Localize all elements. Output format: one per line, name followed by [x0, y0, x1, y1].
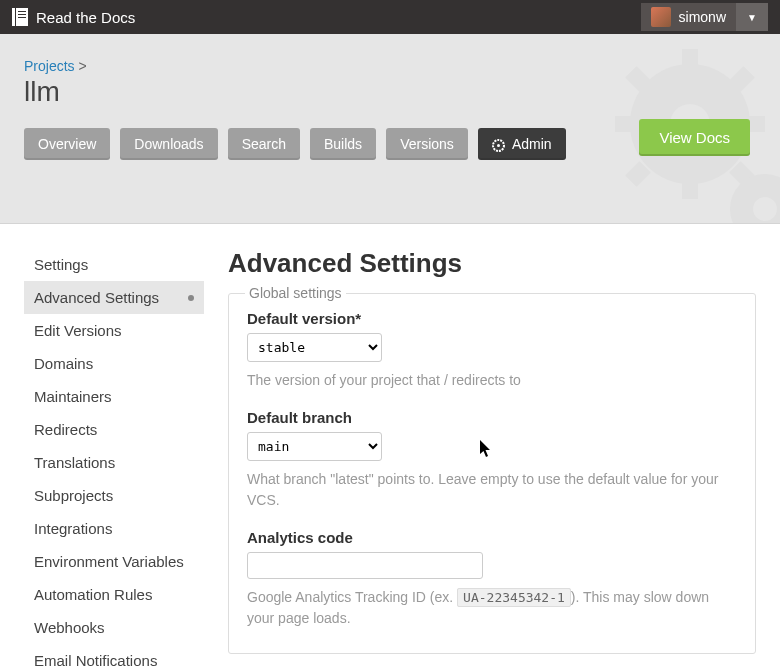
svg-rect-3	[18, 14, 26, 15]
page-title: Advanced Settings	[228, 248, 756, 279]
user-area: simonw ▼	[641, 3, 768, 31]
svg-rect-14	[729, 161, 754, 186]
user-dropdown-button[interactable]: ▼	[736, 3, 768, 31]
tab-admin[interactable]: Admin	[478, 128, 566, 160]
book-icon	[12, 8, 28, 26]
default-version-label: Default version*	[247, 310, 737, 327]
username: simonw	[679, 9, 726, 25]
default-branch-field: Default branch main What branch "latest"…	[247, 409, 737, 511]
analytics-field: Analytics code Google Analytics Tracking…	[247, 529, 737, 629]
svg-point-18	[497, 144, 500, 147]
main: Settings Advanced Settings Edit Versions…	[0, 224, 780, 667]
breadcrumb-separator: >	[78, 58, 86, 74]
analytics-label: Analytics code	[247, 529, 737, 546]
tab-admin-label: Admin	[512, 136, 552, 152]
sidebar-item-integrations[interactable]: Integrations	[24, 512, 204, 545]
sidebar-item-email-notifications[interactable]: Email Notifications	[24, 644, 204, 667]
brand[interactable]: Read the Docs	[12, 8, 135, 26]
default-branch-select[interactable]: main	[247, 432, 382, 461]
sidebar-item-automation-rules[interactable]: Automation Rules	[24, 578, 204, 611]
svg-rect-0	[12, 8, 15, 26]
svg-rect-4	[18, 17, 26, 18]
sidebar-item-subprojects[interactable]: Subprojects	[24, 479, 204, 512]
topbar: Read the Docs simonw ▼	[0, 0, 780, 34]
sidebar-item-maintainers[interactable]: Maintainers	[24, 380, 204, 413]
global-settings-fieldset: Global settings Default version* stable …	[228, 293, 756, 654]
active-indicator-icon	[188, 295, 194, 301]
default-version-select[interactable]: stable	[247, 333, 382, 362]
analytics-input[interactable]	[247, 552, 483, 579]
default-branch-help: What branch "latest" points to. Leave em…	[247, 469, 737, 511]
view-docs-button[interactable]: View Docs	[639, 119, 750, 156]
svg-rect-13	[625, 161, 650, 186]
content: Advanced Settings Global settings Defaul…	[204, 248, 756, 667]
analytics-help: Google Analytics Tracking ID (ex. UA-223…	[247, 587, 737, 629]
user-chip[interactable]: simonw	[641, 3, 736, 31]
tab-search[interactable]: Search	[228, 128, 300, 160]
brand-text: Read the Docs	[36, 9, 135, 26]
sidebar-item-webhooks[interactable]: Webhooks	[24, 611, 204, 644]
svg-rect-8	[682, 179, 698, 199]
avatar	[651, 7, 671, 27]
sidebar-item-translations[interactable]: Translations	[24, 446, 204, 479]
project-header: Projects > llm View Docs Overview Downlo…	[0, 34, 780, 224]
svg-point-15	[730, 174, 780, 224]
sidebar-item-domains[interactable]: Domains	[24, 347, 204, 380]
sidebar-item-env-vars[interactable]: Environment Variables	[24, 545, 204, 578]
breadcrumb-projects-link[interactable]: Projects	[24, 58, 75, 74]
default-branch-label: Default branch	[247, 409, 737, 426]
chevron-down-icon: ▼	[747, 12, 757, 23]
default-version-help: The version of your project that / redir…	[247, 370, 737, 391]
tab-downloads[interactable]: Downloads	[120, 128, 217, 160]
gear-icon	[492, 139, 505, 152]
sidebar-item-redirects[interactable]: Redirects	[24, 413, 204, 446]
sidebar-item-edit-versions[interactable]: Edit Versions	[24, 314, 204, 347]
settings-sidebar: Settings Advanced Settings Edit Versions…	[24, 248, 204, 667]
tab-overview[interactable]: Overview	[24, 128, 110, 160]
svg-rect-2	[18, 11, 26, 12]
tab-builds[interactable]: Builds	[310, 128, 376, 160]
analytics-example-code: UA-22345342-1	[457, 588, 571, 607]
sidebar-item-settings[interactable]: Settings	[24, 248, 204, 281]
breadcrumb: Projects >	[24, 58, 756, 74]
fieldset-legend: Global settings	[245, 285, 346, 301]
sidebar-item-advanced-settings[interactable]: Advanced Settings	[24, 281, 204, 314]
project-title: llm	[24, 76, 756, 108]
svg-point-16	[753, 197, 777, 221]
tab-versions[interactable]: Versions	[386, 128, 468, 160]
default-version-field: Default version* stable The version of y…	[247, 310, 737, 391]
